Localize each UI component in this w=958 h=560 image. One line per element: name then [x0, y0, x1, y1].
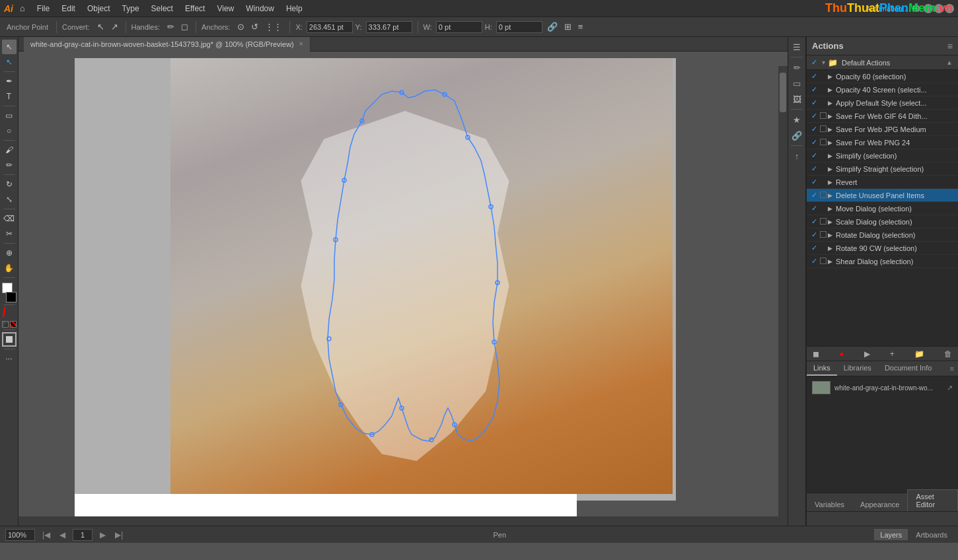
scissors-tool[interactable]: ✂	[2, 227, 17, 241]
shape-icon-strip[interactable]: ▭	[790, 76, 804, 90]
play-button[interactable]: ▶	[862, 349, 872, 359]
link-icon-strip[interactable]: 🔗	[790, 128, 804, 143]
action-row-5[interactable]: ✓ ▶ Save For Web PNG 24	[807, 136, 958, 149]
links-menu-icon[interactable]: ≡	[946, 362, 958, 375]
x-input[interactable]	[307, 21, 353, 33]
menu-window[interactable]: Window	[240, 3, 279, 15]
nav-start[interactable]: |◀	[40, 530, 52, 540]
align-icon[interactable]: ⊞	[562, 20, 573, 33]
actions-list[interactable]: ✓ ▾ 📁 Default Actions ▲ ✓ ▶ Opacity 60 (…	[807, 55, 958, 346]
appearance-tab[interactable]: Appearance	[852, 498, 907, 511]
select-tool[interactable]: ↖	[2, 40, 17, 54]
zoom-input[interactable]	[5, 529, 35, 541]
new-set-button[interactable]: 📁	[912, 349, 926, 359]
menu-type[interactable]: Type	[117, 3, 145, 15]
pattern-swatch[interactable]	[10, 321, 17, 328]
document-info-tab[interactable]: Document Info	[878, 361, 939, 376]
menu-select[interactable]: Select	[146, 3, 178, 15]
direct-select-tool[interactable]: ↖	[2, 55, 17, 69]
none-swatch[interactable]: /	[2, 307, 17, 319]
action-row-0[interactable]: ✓ ▶ Opacity 60 (selection)	[807, 70, 958, 83]
more-icon[interactable]: ≡	[576, 20, 585, 33]
w-input[interactable]	[436, 21, 482, 33]
action-row-12[interactable]: ✓ ▶ Rotate Dialog (selection)	[807, 228, 958, 242]
actions-menu-icon[interactable]: ≡	[947, 41, 953, 52]
action-row-9[interactable]: ✓ ▶ Delete Unused Panel Items	[807, 189, 958, 202]
link-row-0[interactable]: white-and-gray-cat-in-brown-wo... ↗	[809, 379, 955, 396]
artboards-bottom-tab[interactable]: Artboards	[910, 530, 953, 540]
layers-bottom-tab[interactable]: Layers	[874, 529, 908, 540]
menu-file[interactable]: File	[32, 3, 55, 15]
rectangle-tool[interactable]: ▭	[2, 108, 17, 123]
export-icon-strip[interactable]: ↑	[790, 149, 804, 163]
asset-editor-tab[interactable]: Asset Editor	[907, 489, 958, 511]
corner-icon[interactable]: ↗	[109, 20, 120, 33]
pen-tool[interactable]: ✒	[2, 74, 17, 88]
action-row-6[interactable]: ✓ ▶ Simplify (selection)	[807, 149, 958, 162]
document-tab[interactable]: white-and-gray-cat-in-brown-woven-basket…	[24, 37, 311, 52]
new-action-button[interactable]: +	[888, 349, 897, 359]
three-dots[interactable]: ···	[2, 351, 17, 366]
pencil-tool[interactable]: ✏	[2, 158, 17, 172]
page-input[interactable]	[73, 529, 92, 541]
action-row-4[interactable]: ✓ ▶ Save For Web JPG Medium	[807, 123, 958, 136]
action-row-7[interactable]: ✓ ▶ Simplify Straight (selection)	[807, 162, 958, 176]
anchor-icon-2[interactable]: ↺	[249, 20, 260, 33]
action-row-1[interactable]: ✓ ▶ Opacity 40 Screen (selecti...	[807, 83, 958, 96]
gradient-swatch[interactable]	[2, 321, 9, 328]
zoom-tool[interactable]: ⊕	[2, 246, 17, 260]
scrollbar-thumb-v[interactable]	[780, 73, 786, 112]
anchor-icon-3[interactable]: ⋮⋮	[263, 20, 284, 33]
nav-end[interactable]: ▶|	[113, 530, 125, 540]
action-row-13[interactable]: ✓ ▶ Rotate 90 CW (selection)	[807, 242, 958, 255]
y-input[interactable]	[366, 21, 412, 33]
color-swatches[interactable]	[2, 283, 17, 302]
menu-edit[interactable]: Edit	[56, 3, 81, 15]
handle-icon-1[interactable]: ✏	[165, 20, 176, 33]
action-row-11[interactable]: ✓ ▶ Scale Dialog (selection)	[807, 215, 958, 228]
menu-help[interactable]: Help	[281, 3, 308, 15]
nav-prev[interactable]: ◀	[57, 530, 67, 540]
action-row-2[interactable]: ✓ ▶ Apply Default Style (select...	[807, 96, 958, 110]
paintbrush-tool[interactable]: 🖌	[2, 143, 17, 157]
rotate-tool[interactable]: ↻	[2, 177, 17, 192]
ellipse-tool[interactable]: ○	[2, 123, 17, 138]
record-button[interactable]: ●	[837, 349, 846, 359]
anchor-icon-1[interactable]: ⊙	[235, 20, 246, 33]
arrow-icon[interactable]: ↖	[95, 20, 106, 33]
link-relink-icon[interactable]: ↗	[947, 384, 953, 392]
h-input[interactable]	[496, 21, 542, 33]
hand-tool[interactable]: ✋	[2, 261, 17, 275]
brush-icon-strip[interactable]: ✏	[790, 60, 804, 75]
link-icon[interactable]: 🔗	[545, 20, 560, 33]
stroke-color[interactable]	[6, 292, 17, 302]
delete-action-button[interactable]: 🗑	[942, 349, 954, 359]
drawing-mode-icon[interactable]	[2, 332, 17, 347]
links-tab[interactable]: Links	[807, 361, 837, 376]
star-icon-strip[interactable]: ★	[790, 112, 804, 127]
variables-tab[interactable]: Variables	[807, 498, 852, 511]
tab-close-button[interactable]: ×	[299, 40, 303, 48]
action-row-14[interactable]: ✓ ▶ Shear Dialog (selection)	[807, 255, 958, 268]
eraser-tool[interactable]: ⌫	[2, 211, 17, 226]
home-icon[interactable]: ⌂	[20, 3, 25, 13]
vertical-scrollbar[interactable]	[778, 66, 788, 526]
scale-tool[interactable]: ⤡	[2, 192, 17, 207]
group-scroll-up[interactable]: ▲	[946, 59, 953, 66]
stop-button[interactable]: ◼	[811, 349, 821, 359]
action-row-8[interactable]: ✓ ▶ Revert	[807, 176, 958, 189]
layers-icon-strip[interactable]: ☰	[790, 40, 804, 54]
menu-view[interactable]: View	[211, 3, 239, 15]
action-row-10[interactable]: ✓ ▶ Move Dialog (selection)	[807, 202, 958, 215]
type-tool[interactable]: T	[2, 89, 17, 104]
horizontal-scrollbar[interactable]	[18, 516, 778, 526]
default-actions-group[interactable]: ✓ ▾ 📁 Default Actions ▲	[807, 55, 958, 70]
handle-icon-2[interactable]: ◻	[179, 20, 190, 33]
libraries-tab[interactable]: Libraries	[837, 361, 878, 376]
menu-effect[interactable]: Effect	[180, 3, 210, 15]
nav-next[interactable]: ▶	[98, 530, 108, 540]
menu-object[interactable]: Object	[82, 3, 116, 15]
check-7: ✓	[809, 164, 819, 173]
image-icon-strip[interactable]: 🖼	[790, 92, 804, 106]
action-row-3[interactable]: ✓ ▶ Save For Web GIF 64 Dith...	[807, 110, 958, 123]
